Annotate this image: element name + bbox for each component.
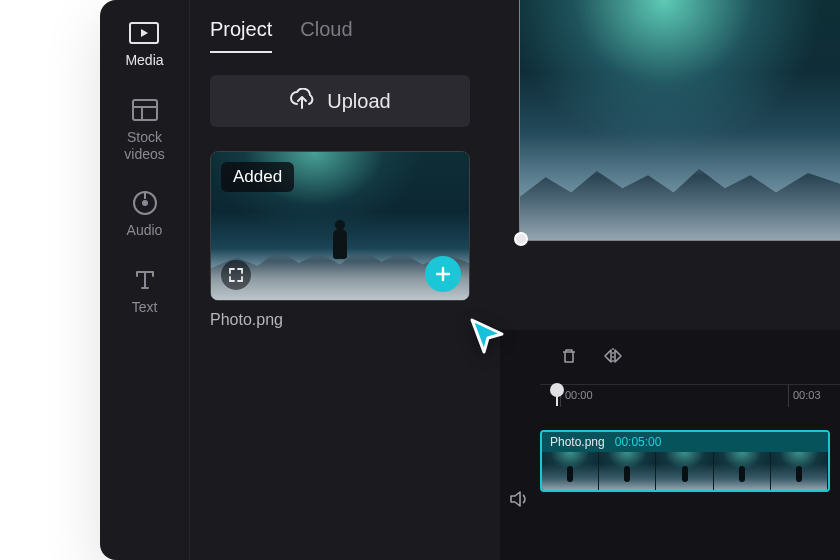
layout-icon — [130, 97, 160, 123]
track-mute-button[interactable] — [506, 486, 532, 512]
added-badge: Added — [221, 162, 294, 192]
clip-frames — [542, 452, 828, 490]
expand-icon — [228, 267, 244, 283]
timeline-clip[interactable]: Photo.png 00:05:00 — [540, 430, 830, 492]
svg-point-6 — [142, 200, 148, 206]
ruler-tick: 00:00 — [560, 385, 593, 407]
speaker-icon — [509, 490, 529, 508]
add-to-timeline-button[interactable] — [425, 256, 461, 292]
sidebar: Media Stock videos Audio Text — [100, 0, 190, 560]
sidebar-label: Audio — [127, 222, 163, 239]
sidebar-item-text[interactable]: Text — [130, 267, 160, 316]
tab-project[interactable]: Project — [210, 18, 272, 53]
audio-icon — [130, 190, 160, 216]
plus-icon — [434, 265, 452, 283]
media-thumbnail[interactable]: Added — [210, 151, 470, 301]
clip-name: Photo.png — [550, 435, 605, 449]
upload-button[interactable]: Upload — [210, 75, 470, 127]
app-window: Media Stock videos Audio Text Project Cl… — [100, 0, 840, 560]
mirror-icon — [603, 347, 623, 365]
delete-button[interactable] — [554, 342, 584, 370]
sidebar-label: Text — [132, 299, 158, 316]
timeline-tools — [500, 342, 840, 380]
sidebar-label: Media — [125, 52, 163, 69]
cloud-upload-icon — [289, 88, 315, 115]
resize-handle-bottom-left[interactable] — [514, 232, 528, 246]
preview-canvas[interactable] — [520, 0, 840, 240]
trash-icon — [560, 347, 578, 365]
mirror-button[interactable] — [598, 342, 628, 370]
clip-header: Photo.png 00:05:00 — [542, 432, 828, 452]
upload-label: Upload — [327, 90, 390, 113]
sidebar-item-audio[interactable]: Audio — [127, 190, 163, 239]
clip-duration: 00:05:00 — [615, 435, 662, 449]
svg-rect-2 — [133, 100, 157, 120]
playhead[interactable] — [556, 385, 558, 406]
expand-button[interactable] — [221, 260, 251, 290]
text-icon — [130, 267, 160, 293]
media-icon — [129, 20, 159, 46]
cursor-icon — [468, 316, 508, 356]
sidebar-item-media[interactable]: Media — [125, 20, 163, 69]
figure-silhouette — [330, 220, 350, 262]
timeline-tracks: Photo.png 00:05:00 — [540, 430, 840, 492]
sidebar-label: Stock videos — [124, 129, 164, 163]
timeline: 00:00 00:03 Photo.png 00:05:00 — [500, 330, 840, 560]
media-item[interactable]: Added Photo.png — [210, 151, 470, 329]
tab-cloud[interactable]: Cloud — [300, 18, 352, 53]
ruler-tick: 00:03 — [788, 385, 821, 407]
media-item-name: Photo.png — [210, 311, 470, 329]
svg-marker-1 — [141, 29, 148, 37]
timeline-ruler[interactable]: 00:00 00:03 — [540, 384, 840, 406]
sidebar-item-stock-videos[interactable]: Stock videos — [124, 97, 164, 163]
